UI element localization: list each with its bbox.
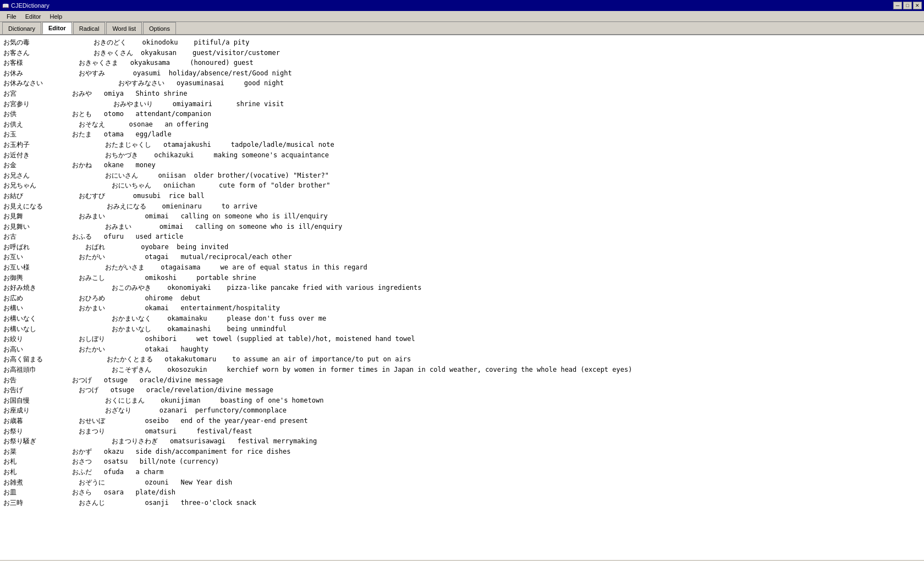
list-item: お告げ おつげ otsuge oracle/revelation/divine … (3, 385, 921, 395)
list-item: お構いなく おかまいなく okamainaku please don't fus… (3, 314, 921, 324)
list-item: お休み おやすみ oyasumi holiday/absence/rest/Go… (3, 68, 921, 79)
list-item: お構いなし おかまいなし okamainashi being unmindful (3, 324, 921, 334)
list-item: お祭り おまつり omatsuri festival/feast (3, 426, 921, 437)
list-item: お高祖頭巾 おこそずきん okosozukin kerchief worn by… (3, 365, 921, 375)
dictionary-content[interactable]: お気の毒 おきのどく okinodoku pitiful/a pityお客さん … (0, 35, 924, 560)
list-item: お歳暮 おせいぼ oseibo end of the year/year-end… (3, 416, 921, 426)
list-item: お互い おたがい otagai mutual/reciprocal/each o… (3, 252, 921, 262)
minimize-button[interactable]: ─ (893, 2, 902, 9)
list-item: お雑煮 おぞうに ozouni New Year dish (3, 477, 921, 488)
tab-editor[interactable]: Editor (42, 22, 72, 34)
title-bar-left: 📖 CJEDictionary (2, 2, 50, 9)
title-bar-controls: ─ □ ✕ (893, 2, 922, 9)
list-item: お高く留まる おたかくとまる otakakutomaru to assume a… (3, 354, 921, 365)
list-item: お構い おかまい okamai entertainment/hospitalit… (3, 303, 921, 314)
menu-editor[interactable]: Editor (21, 12, 46, 21)
maximize-button[interactable]: □ (903, 2, 912, 9)
list-item: お古 おふる ofuru used article (3, 232, 921, 242)
list-item: お見舞 おみまい omimai calling on someone who i… (3, 211, 921, 222)
list-item: お兄さん おにいさん oniisan older brother/(vocati… (3, 170, 921, 181)
list-item: お供 おとも otomo attendant/companion (3, 109, 921, 119)
list-item: お金 おかね okane money (3, 160, 921, 170)
list-item: お近付き おちかづき ochikazuki making someone's a… (3, 150, 921, 161)
list-item: お宮参り おみやまいり omiyamairi shrine visit (3, 99, 921, 109)
list-item: お広め おひろめ ohirome debut (3, 293, 921, 304)
list-item: お呼ばれ おばれ oyobare being invited (3, 242, 921, 252)
menu-help[interactable]: Help (45, 12, 67, 21)
list-item: お互い様 おたがいさま otagaisama we are of equal s… (3, 262, 921, 273)
close-button[interactable]: ✕ (913, 2, 922, 9)
list-item: お玉杓子 おたまじゃくし otamajakushi tadpole/ladle/… (3, 140, 921, 150)
list-item: お座成り おざなり ozanari perfunctory/commonplac… (3, 405, 921, 416)
menu-bar: File Editor Help (0, 11, 924, 22)
list-item: お国自慢 おくにじまん okunijiman boasting of one's… (3, 395, 921, 406)
list-item: お客様 おきゃくさま okyakusama (honoured) guest (3, 58, 921, 68)
list-item: お三時 おさんじ osanji three-o'clock snack (3, 498, 921, 508)
list-item: お札 おふだ ofuda a charm (3, 467, 921, 477)
app-title: CJEDictionary (11, 2, 50, 9)
list-item: お見舞い おみまい omimai calling on someone who … (3, 222, 921, 232)
list-item: お札 おさつ osatsu bill/note (currency) (3, 457, 921, 467)
list-item: お絞り おしぼり oshibori wet towel (supplied at… (3, 334, 921, 344)
list-item: お見えになる おみえになる omieninaru to arrive (3, 201, 921, 212)
list-item: お御輿 おみこし omikoshi portable shrine (3, 273, 921, 283)
list-item: お告 おつげ otsuge oracle/divine message (3, 375, 921, 386)
list-item: お供え おそなえ osonae an offering (3, 119, 921, 130)
tab-radical[interactable]: Radical (73, 22, 106, 34)
list-item: お宮 おみや omiya Shinto shrine (3, 89, 921, 99)
list-item: お兄ちゃん おにいちゃん oniichan cute form of "olde… (3, 180, 921, 191)
list-item: お祭り騒ぎ おまつりさわぎ omatsurisawagi festival me… (3, 436, 921, 447)
menu-file[interactable]: File (2, 12, 21, 21)
list-item: お好み焼き おこのみやき okonomiyaki pizza-like panc… (3, 283, 921, 293)
list-item: お高い おたかい otakai haughty (3, 344, 921, 355)
tab-options[interactable]: Options (143, 22, 176, 34)
title-bar: 📖 CJEDictionary ─ □ ✕ (0, 0, 924, 11)
list-item: お玉 おたま otama egg/ladle (3, 129, 921, 140)
list-item: お気の毒 おきのどく okinodoku pitiful/a pity (3, 37, 921, 48)
list-item: お結び おむすび omusubi rice ball (3, 191, 921, 201)
list-item: お客さん おきゃくさん okyakusan guest/visitor/cust… (3, 48, 921, 58)
list-item: お休みなさい おやすみなさい oyasuminasai good night (3, 78, 921, 89)
app-icon: 📖 (2, 3, 9, 9)
tab-bar: Dictionary Editor Radical Word list Opti… (0, 22, 924, 35)
tab-wordlist[interactable]: Word list (106, 22, 142, 34)
list-item: お皿 おさら osara plate/dish (3, 487, 921, 498)
tab-dictionary[interactable]: Dictionary (2, 22, 41, 34)
list-item: お菜 おかず okazu side dish/accompaniment for… (3, 447, 921, 457)
